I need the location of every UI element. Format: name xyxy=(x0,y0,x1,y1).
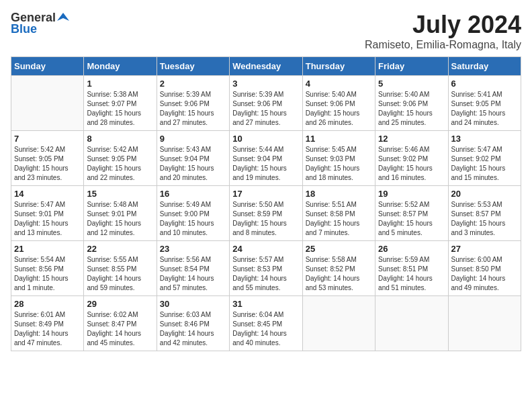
calendar-cell: 4Sunrise: 5:40 AMSunset: 9:06 PMDaylight… xyxy=(302,76,375,131)
calendar-cell: 7Sunrise: 5:42 AMSunset: 9:05 PMDaylight… xyxy=(11,131,84,186)
day-info: Sunrise: 5:54 AMSunset: 8:56 PMDaylight:… xyxy=(14,255,81,293)
header-friday: Friday xyxy=(375,57,448,76)
week-row-4: 21Sunrise: 5:54 AMSunset: 8:56 PMDayligh… xyxy=(11,241,521,296)
day-number: 20 xyxy=(451,189,518,199)
day-info: Sunrise: 5:42 AMSunset: 9:05 PMDaylight:… xyxy=(87,145,153,183)
calendar-cell: 17Sunrise: 5:50 AMSunset: 8:59 PMDayligh… xyxy=(230,186,302,241)
title-block: July 2024 Ramiseto, Emilia-Romagna, Ital… xyxy=(365,11,521,51)
day-number: 17 xyxy=(232,189,299,199)
day-number: 10 xyxy=(232,134,299,144)
day-number: 11 xyxy=(306,134,372,144)
logo-blue: Blue xyxy=(11,22,37,36)
header-tuesday: Tuesday xyxy=(157,57,229,76)
calendar-cell: 2Sunrise: 5:39 AMSunset: 9:06 PMDaylight… xyxy=(157,76,229,131)
calendar-cell: 30Sunrise: 6:03 AMSunset: 8:46 PMDayligh… xyxy=(157,296,229,351)
week-row-1: 1Sunrise: 5:38 AMSunset: 9:07 PMDaylight… xyxy=(11,76,521,131)
calendar-cell: 20Sunrise: 5:53 AMSunset: 8:57 PMDayligh… xyxy=(448,186,521,241)
day-info: Sunrise: 5:40 AMSunset: 9:06 PMDaylight:… xyxy=(306,90,372,128)
day-info: Sunrise: 5:58 AMSunset: 8:52 PMDaylight:… xyxy=(306,255,372,293)
day-info: Sunrise: 6:04 AMSunset: 8:45 PMDaylight:… xyxy=(232,310,299,348)
calendar-cell: 5Sunrise: 5:40 AMSunset: 9:06 PMDaylight… xyxy=(375,76,448,131)
calendar-cell: 15Sunrise: 5:48 AMSunset: 9:01 PMDayligh… xyxy=(84,186,157,241)
day-info: Sunrise: 5:45 AMSunset: 9:03 PMDaylight:… xyxy=(306,145,372,183)
calendar-cell: 9Sunrise: 5:43 AMSunset: 9:04 PMDaylight… xyxy=(157,131,229,186)
calendar-header-row: SundayMondayTuesdayWednesdayThursdayFrid… xyxy=(11,57,521,76)
day-info: Sunrise: 5:55 AMSunset: 8:55 PMDaylight:… xyxy=(87,255,153,293)
calendar-cell: 8Sunrise: 5:42 AMSunset: 9:05 PMDaylight… xyxy=(84,131,157,186)
calendar-table: SundayMondayTuesdayWednesdayThursdayFrid… xyxy=(11,56,521,351)
day-info: Sunrise: 5:47 AMSunset: 9:01 PMDaylight:… xyxy=(14,200,81,238)
day-number: 18 xyxy=(306,189,372,199)
calendar-cell: 19Sunrise: 5:52 AMSunset: 8:57 PMDayligh… xyxy=(375,186,448,241)
calendar-cell: 11Sunrise: 5:45 AMSunset: 9:03 PMDayligh… xyxy=(302,131,375,186)
day-info: Sunrise: 5:49 AMSunset: 9:00 PMDaylight:… xyxy=(160,200,226,238)
day-info: Sunrise: 6:03 AMSunset: 8:46 PMDaylight:… xyxy=(160,310,226,348)
day-number: 13 xyxy=(451,134,518,144)
day-info: Sunrise: 5:39 AMSunset: 9:06 PMDaylight:… xyxy=(160,90,226,128)
calendar-cell: 18Sunrise: 5:51 AMSunset: 8:58 PMDayligh… xyxy=(302,186,375,241)
calendar-cell xyxy=(375,296,448,351)
calendar-cell: 31Sunrise: 6:04 AMSunset: 8:45 PMDayligh… xyxy=(230,296,302,351)
day-number: 12 xyxy=(378,134,445,144)
day-info: Sunrise: 6:02 AMSunset: 8:47 PMDaylight:… xyxy=(87,310,153,348)
calendar-cell: 25Sunrise: 5:58 AMSunset: 8:52 PMDayligh… xyxy=(302,241,375,296)
calendar-cell xyxy=(302,296,375,351)
day-number: 31 xyxy=(232,299,299,309)
day-number: 30 xyxy=(160,299,226,309)
day-info: Sunrise: 5:52 AMSunset: 8:57 PMDaylight:… xyxy=(378,200,445,238)
week-row-5: 28Sunrise: 6:01 AMSunset: 8:49 PMDayligh… xyxy=(11,296,521,351)
day-number: 14 xyxy=(14,189,81,199)
logo-bird-icon xyxy=(57,11,69,24)
calendar-cell: 24Sunrise: 5:57 AMSunset: 8:53 PMDayligh… xyxy=(230,241,302,296)
calendar-cell xyxy=(11,76,84,131)
header-sunday: Sunday xyxy=(11,57,84,76)
header-monday: Monday xyxy=(84,57,157,76)
day-info: Sunrise: 5:43 AMSunset: 9:04 PMDaylight:… xyxy=(160,145,226,183)
day-number: 25 xyxy=(306,244,372,254)
week-row-3: 14Sunrise: 5:47 AMSunset: 9:01 PMDayligh… xyxy=(11,186,521,241)
calendar-cell: 1Sunrise: 5:38 AMSunset: 9:07 PMDaylight… xyxy=(84,76,157,131)
day-number: 26 xyxy=(378,244,445,254)
day-number: 6 xyxy=(451,79,518,89)
day-number: 24 xyxy=(232,244,299,254)
day-info: Sunrise: 5:51 AMSunset: 8:58 PMDaylight:… xyxy=(306,200,372,238)
day-number: 7 xyxy=(14,134,81,144)
calendar-cell xyxy=(448,296,521,351)
calendar-cell: 12Sunrise: 5:46 AMSunset: 9:02 PMDayligh… xyxy=(375,131,448,186)
day-number: 21 xyxy=(14,244,81,254)
calendar-cell: 27Sunrise: 6:00 AMSunset: 8:50 PMDayligh… xyxy=(448,241,521,296)
calendar-cell: 29Sunrise: 6:02 AMSunset: 8:47 PMDayligh… xyxy=(84,296,157,351)
calendar-cell: 10Sunrise: 5:44 AMSunset: 9:04 PMDayligh… xyxy=(230,131,302,186)
calendar-cell: 23Sunrise: 5:56 AMSunset: 8:54 PMDayligh… xyxy=(157,241,229,296)
svg-marker-0 xyxy=(57,13,69,21)
day-number: 23 xyxy=(160,244,226,254)
calendar-cell: 26Sunrise: 5:59 AMSunset: 8:51 PMDayligh… xyxy=(375,241,448,296)
calendar-cell: 16Sunrise: 5:49 AMSunset: 9:00 PMDayligh… xyxy=(157,186,229,241)
calendar-cell: 3Sunrise: 5:39 AMSunset: 9:06 PMDaylight… xyxy=(230,76,302,131)
day-info: Sunrise: 5:44 AMSunset: 9:04 PMDaylight:… xyxy=(232,145,299,183)
week-row-2: 7Sunrise: 5:42 AMSunset: 9:05 PMDaylight… xyxy=(11,131,521,186)
day-info: Sunrise: 5:56 AMSunset: 8:54 PMDaylight:… xyxy=(160,255,226,293)
day-number: 4 xyxy=(306,79,372,89)
day-info: Sunrise: 5:41 AMSunset: 9:05 PMDaylight:… xyxy=(451,90,518,128)
day-number: 9 xyxy=(160,134,226,144)
calendar-cell: 13Sunrise: 5:47 AMSunset: 9:02 PMDayligh… xyxy=(448,131,521,186)
calendar-cell: 22Sunrise: 5:55 AMSunset: 8:55 PMDayligh… xyxy=(84,241,157,296)
day-info: Sunrise: 5:42 AMSunset: 9:05 PMDaylight:… xyxy=(14,145,81,183)
header-wednesday: Wednesday xyxy=(230,57,302,76)
day-number: 5 xyxy=(378,79,445,89)
day-info: Sunrise: 6:01 AMSunset: 8:49 PMDaylight:… xyxy=(14,310,81,348)
day-number: 8 xyxy=(87,134,153,144)
day-info: Sunrise: 5:46 AMSunset: 9:02 PMDaylight:… xyxy=(378,145,445,183)
logo: General Blue xyxy=(11,11,69,36)
day-number: 16 xyxy=(160,189,226,199)
day-number: 2 xyxy=(160,79,226,89)
day-info: Sunrise: 5:53 AMSunset: 8:57 PMDaylight:… xyxy=(451,200,518,238)
day-number: 28 xyxy=(14,299,81,309)
day-info: Sunrise: 5:57 AMSunset: 8:53 PMDaylight:… xyxy=(232,255,299,293)
day-number: 27 xyxy=(451,244,518,254)
day-info: Sunrise: 5:38 AMSunset: 9:07 PMDaylight:… xyxy=(87,90,153,128)
header-thursday: Thursday xyxy=(302,57,375,76)
calendar-cell: 28Sunrise: 6:01 AMSunset: 8:49 PMDayligh… xyxy=(11,296,84,351)
day-info: Sunrise: 6:00 AMSunset: 8:50 PMDaylight:… xyxy=(451,255,518,293)
